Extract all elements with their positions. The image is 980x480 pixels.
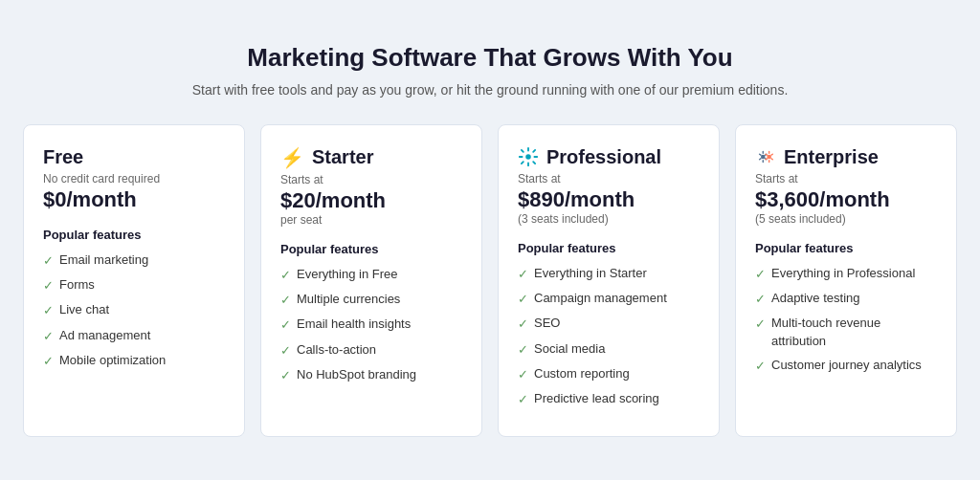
check-icon: ✓ <box>518 291 528 308</box>
list-item: ✓SEO <box>518 315 700 333</box>
check-icon: ✓ <box>518 366 528 383</box>
svg-point-1 <box>761 155 766 160</box>
plan-name-free: Free <box>43 146 225 168</box>
check-icon: ✓ <box>280 292 291 309</box>
check-icon: ✓ <box>280 267 291 284</box>
check-icon: ✓ <box>280 342 291 360</box>
page-subtitle: Start with free tools and pay as you gro… <box>23 82 957 98</box>
sprocket-icon <box>518 146 539 167</box>
list-item: ✓Everything in Free <box>280 266 462 284</box>
check-icon: ✓ <box>518 266 528 283</box>
check-icon: ✓ <box>518 391 528 408</box>
plan-name-professional: Professional <box>518 146 700 168</box>
list-item: ✓Campaign management <box>518 290 700 308</box>
list-item: ✓Custom reporting <box>518 365 700 383</box>
list-item: ✓Adaptive testing <box>755 290 937 308</box>
plan-price-note-enterprise: (5 seats included) <box>755 212 937 226</box>
page-header: Marketing Software That Grows With You S… <box>23 43 957 98</box>
list-item: ✓Calls-to-action <box>280 341 462 360</box>
list-item: ✓Everything in Professional <box>755 265 937 283</box>
popular-features-label-starter: Popular features <box>280 242 462 256</box>
page-title: Marketing Software That Grows With You <box>23 43 957 73</box>
list-item: ✓Everything in Starter <box>518 265 700 283</box>
list-item: ✓Mobile optimization <box>43 352 225 370</box>
plan-name-enterprise: Enterprise <box>755 146 937 168</box>
plan-card-starter: ⚡ Starter Starts at $20/month per seat P… <box>260 124 482 437</box>
check-icon: ✓ <box>755 316 766 333</box>
check-icon: ✓ <box>518 341 528 359</box>
plan-price-professional: $890/month <box>518 187 700 212</box>
list-item: ✓Email marketing <box>43 251 225 270</box>
check-icon: ✓ <box>43 277 54 295</box>
plan-price-note-professional: (3 seats included) <box>518 212 700 226</box>
plan-price-note-starter: per seat <box>280 213 462 227</box>
check-icon: ✓ <box>755 266 766 283</box>
list-item: ✓Multiple currencies <box>280 291 462 309</box>
lightning-icon: ⚡ <box>280 146 304 169</box>
plan-card-professional: Professional Starts at $890/month (3 sea… <box>498 124 720 437</box>
list-item: ✓Live chat <box>43 301 225 319</box>
list-item: ✓Ad management <box>43 327 225 345</box>
page-wrapper: Marketing Software That Grows With You S… <box>0 12 980 468</box>
list-item: ✓Email health insights <box>280 316 462 334</box>
check-icon: ✓ <box>43 252 54 270</box>
sprocket-double-icon <box>755 146 776 167</box>
check-icon: ✓ <box>755 358 766 375</box>
check-icon: ✓ <box>43 353 54 370</box>
popular-features-label-enterprise: Popular features <box>755 241 937 255</box>
feature-list-enterprise: ✓Everything in Professional ✓Adaptive te… <box>755 265 937 375</box>
check-icon: ✓ <box>280 367 291 384</box>
feature-list-starter: ✓Everything in Free ✓Multiple currencies… <box>280 266 462 384</box>
plan-price-starter: $20/month <box>280 188 462 213</box>
svg-point-0 <box>525 155 531 161</box>
check-icon: ✓ <box>280 316 291 334</box>
starts-at-label-enterprise: Starts at <box>755 172 937 185</box>
plan-price-free: $0/month <box>43 187 225 212</box>
popular-features-label-free: Popular features <box>43 228 225 242</box>
starts-at-label-professional: Starts at <box>518 172 700 185</box>
list-item: ✓No HubSpot branding <box>280 366 462 384</box>
list-item: ✓Social media <box>518 340 700 359</box>
list-item: ✓Predictive lead scoring <box>518 390 700 408</box>
plan-card-free: Free No credit card required $0/month Po… <box>23 124 245 437</box>
pricing-cards-container: Free No credit card required $0/month Po… <box>23 124 957 437</box>
check-icon: ✓ <box>755 291 766 308</box>
check-icon: ✓ <box>43 328 54 345</box>
feature-list-professional: ✓Everything in Starter ✓Campaign managem… <box>518 265 700 408</box>
list-item: ✓Customer journey analytics <box>755 357 937 375</box>
svg-point-2 <box>767 155 771 160</box>
popular-features-label-professional: Popular features <box>518 241 700 255</box>
plan-card-enterprise: Enterprise Starts at $3,600/month (5 sea… <box>735 124 957 437</box>
check-icon: ✓ <box>43 302 54 319</box>
feature-list-free: ✓Email marketing ✓Forms ✓Live chat ✓Ad m… <box>43 251 225 370</box>
list-item: ✓Forms <box>43 276 225 295</box>
no-credit-card-label: No credit card required <box>43 172 225 185</box>
plan-name-starter: ⚡ Starter <box>280 146 462 169</box>
list-item: ✓Multi-touch revenue attribution <box>755 315 937 349</box>
check-icon: ✓ <box>518 316 528 333</box>
plan-price-enterprise: $3,600/month <box>755 187 937 212</box>
starts-at-label-starter: Starts at <box>280 173 462 186</box>
